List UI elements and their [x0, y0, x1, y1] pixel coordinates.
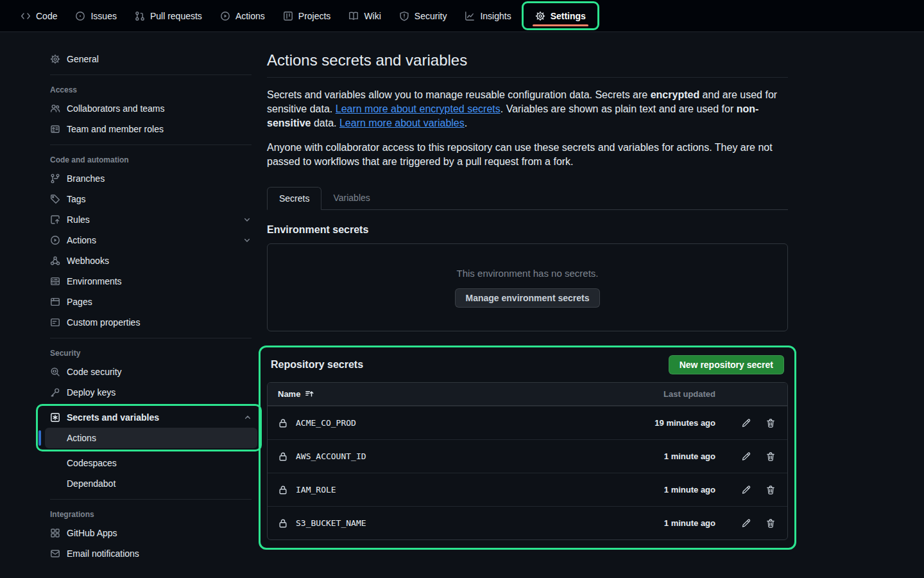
tab-wiki-label: Wiki	[364, 11, 381, 21]
graph-icon	[465, 11, 475, 21]
tab-pull-requests-label: Pull requests	[150, 11, 202, 21]
edit-secret-button[interactable]	[741, 485, 751, 495]
tab-issues-label: Issues	[90, 11, 116, 21]
delete-secret-button[interactable]	[766, 485, 776, 495]
sidebar-item-branches[interactable]: Branches	[45, 168, 257, 189]
secret-name: ACME_CO_PROD	[296, 418, 356, 428]
issue-opened-icon	[75, 11, 85, 21]
intro-text: Secrets and variables allow you to manag…	[267, 89, 651, 100]
sidebar-item-team-member-roles[interactable]: Team and member roles	[45, 119, 257, 139]
intro-text: data.	[311, 118, 339, 128]
sidebar-item-label: General	[67, 54, 99, 64]
sidebar-item-secrets-dependabot[interactable]: Dependabot	[45, 473, 257, 494]
sidebar-item-collaborators[interactable]: Collaborators and teams	[45, 98, 257, 119]
tab-pull-requests[interactable]: Pull requests	[128, 0, 209, 31]
edit-secret-button[interactable]	[741, 518, 751, 529]
note-icon	[50, 317, 60, 328]
sort-ascending-icon[interactable]	[305, 389, 314, 399]
column-last-updated-label: Last updated	[619, 389, 715, 399]
settings-tab-annotation: Settings	[522, 1, 599, 30]
tab-security[interactable]: Security	[393, 0, 454, 31]
delete-secret-button[interactable]	[766, 418, 776, 428]
tab-projects[interactable]: Projects	[277, 0, 338, 31]
tab-code[interactable]: Code	[14, 0, 64, 31]
git-pull-request-icon	[135, 11, 145, 21]
repository-secrets-table: Name Last updated ACME_CO_PROD 19 minute…	[267, 382, 788, 540]
sidebar-item-label: Dependabot	[67, 478, 116, 489]
tab-actions-label: Actions	[235, 11, 265, 21]
secret-name: AWS_ACCOUNT_ID	[296, 451, 366, 461]
sidebar-item-github-apps[interactable]: GitHub Apps	[45, 523, 257, 543]
sidebar-item-custom-properties[interactable]: Custom properties	[45, 312, 257, 333]
page-title: Actions secrets and variables	[267, 51, 788, 69]
sidebar-item-tags[interactable]: Tags	[45, 189, 257, 209]
collaborator-access-paragraph: Anyone with collaborator access to this …	[267, 141, 788, 169]
sidebar-item-webhooks[interactable]: Webhooks	[45, 250, 257, 271]
manage-environment-secrets-button[interactable]: Manage environment secrets	[455, 288, 601, 308]
learn-more-encrypted-secrets-link[interactable]: Learn more about encrypted secrets	[336, 103, 501, 114]
secret-name: S3_BUCKET_NAME	[296, 518, 366, 528]
learn-more-variables-link[interactable]: Learn more about variables	[339, 118, 465, 128]
sidebar-item-pages[interactable]: Pages	[45, 292, 257, 312]
secret-row: S3_BUCKET_NAME 1 minute ago	[268, 506, 787, 539]
sidebar-item-actions[interactable]: Actions	[45, 230, 257, 250]
webhook-icon	[50, 256, 60, 266]
tab-projects-label: Projects	[298, 11, 331, 21]
main-content: Actions secrets and variables Secrets an…	[267, 51, 788, 564]
sidebar-item-deploy-keys[interactable]: Deploy keys	[45, 382, 257, 403]
environment-secrets-box: This environment has no secrets. Manage …	[267, 243, 788, 331]
rules-icon	[50, 215, 60, 225]
sidebar-item-label: Custom properties	[67, 317, 140, 328]
tab-issues[interactable]: Issues	[69, 0, 123, 31]
sidebar-item-email-notifications[interactable]: Email notifications	[45, 543, 257, 564]
sidebar-item-environments[interactable]: Environments	[45, 271, 257, 292]
intro-paragraph: Secrets and variables allow you to manag…	[267, 88, 788, 130]
sidebar-item-code-security[interactable]: Code security	[45, 362, 257, 382]
sidebar-item-label: Webhooks	[67, 256, 109, 266]
tab-insights[interactable]: Insights	[458, 0, 517, 31]
sidebar-item-general[interactable]: General	[45, 49, 257, 69]
lock-icon	[278, 485, 288, 495]
code-scan-icon	[50, 367, 60, 377]
people-icon	[50, 103, 60, 114]
sidebar-item-secrets-and-variables[interactable]: Secrets and variables	[45, 407, 257, 428]
edit-secret-button[interactable]	[741, 451, 751, 462]
repository-secrets-heading: Repository secrets	[271, 359, 363, 371]
tab-actions[interactable]: Actions	[214, 0, 271, 31]
environment-empty-text: This environment has no secrets.	[457, 268, 599, 279]
secret-last-updated: 1 minute ago	[619, 451, 715, 461]
lock-icon	[278, 451, 288, 462]
tab-settings[interactable]: Settings	[526, 3, 595, 28]
apps-icon	[50, 528, 60, 538]
shield-icon	[399, 11, 409, 21]
tab-variables[interactable]: Variables	[321, 187, 381, 209]
tag-icon	[50, 194, 60, 204]
sidebar-item-secrets-actions[interactable]: Actions	[45, 428, 257, 448]
sidebar-item-secrets-codespaces[interactable]: Codespaces	[45, 453, 257, 473]
edit-secret-button[interactable]	[741, 418, 751, 428]
tab-wiki[interactable]: Wiki	[342, 0, 387, 31]
delete-secret-button[interactable]	[766, 451, 776, 462]
sidebar-item-label: Actions	[67, 235, 96, 245]
sidebar-divider	[50, 499, 252, 500]
sidebar-item-label: Email notifications	[67, 548, 139, 559]
sidebar-item-rules[interactable]: Rules	[45, 209, 257, 230]
sidebar-divider	[50, 74, 252, 75]
delete-secret-button[interactable]	[766, 518, 776, 529]
id-badge-icon	[50, 124, 60, 134]
lock-icon	[278, 518, 288, 529]
table-header: Name Last updated	[268, 383, 787, 406]
new-repository-secret-button[interactable]: New repository secret	[669, 355, 784, 374]
sidebar-item-label: Pages	[67, 297, 92, 307]
sidebar-item-label: Environments	[67, 276, 122, 286]
secret-row: IAM_ROLE 1 minute ago	[268, 473, 787, 506]
secret-last-updated: 19 minutes ago	[619, 418, 715, 428]
secret-row: AWS_ACCOUNT_ID 1 minute ago	[268, 439, 787, 473]
tab-secrets[interactable]: Secrets	[267, 187, 321, 210]
chevron-up-icon	[243, 413, 252, 422]
settings-sidebar: General Access Collaborators and teams T…	[45, 49, 257, 564]
repository-secrets-header: Repository secrets New repository secret	[267, 354, 788, 382]
secrets-and-variables-annotation: Secrets and variables Actions	[36, 404, 262, 451]
tab-settings-label: Settings	[551, 11, 586, 21]
sidebar-section-access: Access	[45, 80, 257, 98]
